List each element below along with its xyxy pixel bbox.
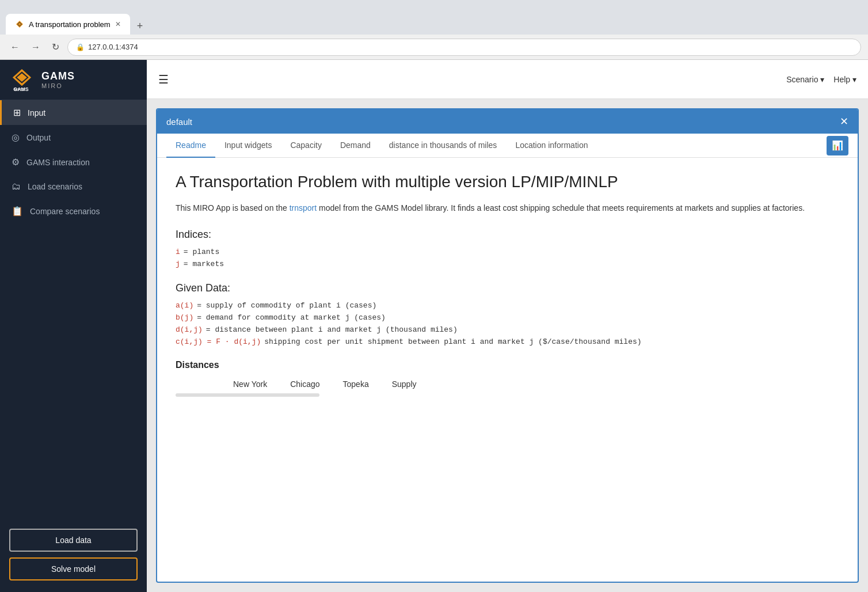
- lock-icon: 🔒: [76, 43, 85, 51]
- address-bar: 🔒 127.0.0.1:4374: [67, 39, 861, 56]
- hamburger-button[interactable]: ☰: [158, 73, 169, 86]
- index-j-line: j = markets: [176, 260, 839, 268]
- tab-title: A transportation problem: [29, 20, 111, 29]
- main-title: A Transportation Problem with multiple v…: [176, 172, 839, 192]
- panel-close-button[interactable]: ✕: [840, 115, 848, 128]
- tab-favicon: [15, 20, 24, 29]
- panel-title: default: [166, 117, 192, 127]
- distances-header-new-york: New York: [233, 380, 267, 389]
- tabs-container: Readme Input widgets Capacity Demand dis…: [157, 134, 858, 158]
- chart-icon: 📊: [832, 140, 843, 151]
- input-icon: ⊞: [13, 107, 21, 118]
- panel-header: default ✕: [157, 109, 858, 134]
- main-content: ☰ Scenario ▾ Help ▾ default ✕ Readme Inp…: [147, 60, 868, 592]
- given-data-block: Given Data: a(i) = supply of commodity o…: [176, 282, 839, 346]
- distances-title: Distances: [176, 360, 839, 370]
- sidebar-item-gams-label: GAMS interaction: [26, 158, 90, 167]
- description-text: This MIRO App is based on the trnsport m…: [176, 202, 839, 214]
- sidebar-item-input-label: Input: [28, 108, 45, 117]
- back-button[interactable]: ←: [7, 40, 23, 55]
- sidebar-item-gams-interaction[interactable]: ⚙ GAMS interaction: [0, 150, 147, 174]
- gams-logo: GAMS MIRO: [9, 67, 35, 93]
- distances-header-chicago: Chicago: [290, 380, 319, 389]
- sidebar-item-output-label: Output: [26, 133, 51, 142]
- address-text: 127.0.0.1:4374: [88, 43, 138, 51]
- sidebar-nav: ⊞ Input ◎ Output ⚙ GAMS interaction 🗂 Lo…: [0, 100, 147, 223]
- sidebar: GAMS MIRO GAMS MIRO ⊞ Input ◎ Output ⚙ G…: [0, 60, 147, 592]
- data-item-ai: a(i) = supply of commodity of plant i (c…: [176, 301, 839, 310]
- output-icon: ◎: [12, 132, 20, 143]
- load-data-button[interactable]: Load data: [9, 529, 138, 552]
- indices-block: Indices: i = plants j = markets: [176, 229, 839, 268]
- tab-input-widgets[interactable]: Input widgets: [215, 134, 281, 158]
- help-button[interactable]: Help ▾: [833, 75, 856, 84]
- tab-readme[interactable]: Readme: [166, 134, 215, 158]
- tab-capacity[interactable]: Capacity: [281, 134, 330, 158]
- tab-close-button[interactable]: ✕: [115, 20, 121, 28]
- content-panel: default ✕ Readme Input widgets Capacity …: [156, 108, 859, 583]
- forward-button[interactable]: →: [28, 40, 44, 55]
- sidebar-header: GAMS MIRO GAMS MIRO: [0, 60, 147, 100]
- distances-header-supply: Supply: [392, 380, 417, 389]
- distances-header-topeka: Topeka: [343, 380, 369, 389]
- distances-headers: New York Chicago Topeka Supply: [176, 380, 839, 389]
- trnsport-link[interactable]: trnsport: [290, 203, 317, 212]
- new-tab-button[interactable]: +: [132, 18, 148, 35]
- sidebar-item-compare-label: Compare scenarios: [30, 207, 100, 216]
- scenario-button[interactable]: Scenario ▾: [786, 75, 824, 84]
- load-scenarios-icon: 🗂: [12, 181, 21, 192]
- gams-interaction-icon: ⚙: [12, 157, 20, 168]
- chart-view-button[interactable]: 📊: [827, 136, 848, 155]
- compare-scenarios-icon: 📋: [12, 206, 23, 217]
- indices-title: Indices:: [176, 229, 839, 241]
- svg-text:MIRO: MIRO: [14, 88, 24, 92]
- scroll-indicator: [176, 393, 319, 397]
- sidebar-item-load-scenarios[interactable]: 🗂 Load scenarios: [0, 174, 147, 199]
- tab-demand[interactable]: Demand: [331, 134, 380, 158]
- sidebar-item-load-label: Load scenarios: [28, 182, 82, 191]
- sidebar-item-input[interactable]: ⊞ Input: [0, 100, 147, 125]
- index-i-line: i = plants: [176, 248, 839, 256]
- tab-distance[interactable]: distance in thousands of miles: [380, 134, 507, 158]
- data-item-dij: d(i,j) = distance between plant i and ma…: [176, 325, 839, 334]
- given-data-title: Given Data:: [176, 282, 839, 294]
- data-item-bj: b(j) = demand for commodity at market j …: [176, 313, 839, 322]
- distances-table: Distances New York Chicago Topeka Supply: [176, 360, 839, 397]
- data-item-cij: c(i,j) = F · d(i,j) shipping cost per un…: [176, 337, 839, 346]
- sidebar-buttons: Load data Solve model: [0, 517, 147, 592]
- solve-model-button[interactable]: Solve model: [9, 557, 138, 580]
- sidebar-item-compare-scenarios[interactable]: 📋 Compare scenarios: [0, 199, 147, 223]
- sidebar-item-output[interactable]: ◎ Output: [0, 125, 147, 150]
- app-header: ☰ Scenario ▾ Help ▾: [147, 60, 868, 99]
- readme-content: A Transportation Problem with multiple v…: [157, 158, 858, 582]
- tab-location[interactable]: Location information: [506, 134, 597, 158]
- refresh-button[interactable]: ↻: [48, 39, 63, 55]
- browser-tab[interactable]: A transportation problem ✕: [6, 14, 130, 35]
